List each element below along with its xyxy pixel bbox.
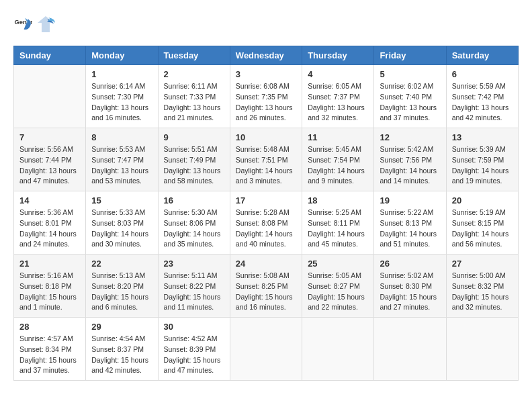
calendar-cell-3-2: 23Sunrise: 5:11 AMSunset: 8:22 PMDayligh…	[158, 255, 230, 318]
day-info: Sunrise: 5:45 AMSunset: 7:54 PMDaylight:…	[308, 144, 368, 187]
day-info: Sunrise: 5:53 AMSunset: 7:47 PMDaylight:…	[91, 144, 152, 187]
header-sunday: Sunday	[14, 46, 86, 65]
calendar-cell-0-1: 1Sunrise: 6:14 AMSunset: 7:30 PMDaylight…	[86, 65, 158, 128]
calendar-cell-4-5	[374, 318, 446, 381]
week-row-3: 14Sunrise: 5:36 AMSunset: 8:01 PMDayligh…	[14, 191, 519, 255]
calendar-cell-3-6: 27Sunrise: 5:00 AMSunset: 8:32 PMDayligh…	[446, 255, 518, 318]
calendar-cell-4-0: 28Sunrise: 4:57 AMSunset: 8:34 PMDayligh…	[14, 318, 86, 381]
header: General	[13, 13, 519, 35]
calendar-cell-1-4: 11Sunrise: 5:45 AMSunset: 7:54 PMDayligh…	[302, 128, 374, 191]
day-info: Sunrise: 5:19 AMSunset: 8:15 PMDaylight:…	[452, 208, 513, 250]
header-saturday: Saturday	[446, 46, 518, 65]
day-info: Sunrise: 5:28 AMSunset: 8:08 PMDaylight:…	[236, 208, 296, 250]
day-info: Sunrise: 6:02 AMSunset: 7:40 PMDaylight:…	[380, 81, 440, 124]
day-number: 4	[308, 69, 368, 79]
calendar-header-row: SundayMondayTuesdayWednesdayThursdayFrid…	[14, 46, 519, 65]
day-info: Sunrise: 5:48 AMSunset: 7:51 PMDaylight:…	[236, 144, 296, 187]
calendar-cell-4-6	[446, 318, 518, 381]
calendar-cell-1-1: 8Sunrise: 5:53 AMSunset: 7:47 PMDaylight…	[86, 128, 158, 191]
logo: General	[13, 13, 58, 35]
day-number: 17	[236, 195, 296, 205]
calendar-cell-3-5: 26Sunrise: 5:02 AMSunset: 8:30 PMDayligh…	[374, 255, 446, 318]
calendar-cell-0-6: 6Sunrise: 5:59 AMSunset: 7:42 PMDaylight…	[446, 65, 518, 128]
day-info: Sunrise: 6:11 AMSunset: 7:33 PMDaylight:…	[164, 81, 224, 124]
header-monday: Monday	[86, 46, 158, 65]
day-info: Sunrise: 5:42 AMSunset: 7:56 PMDaylight:…	[380, 144, 440, 187]
day-number: 2	[164, 69, 224, 79]
day-number: 18	[308, 195, 368, 205]
calendar-cell-2-4: 18Sunrise: 5:25 AMSunset: 8:11 PMDayligh…	[302, 191, 374, 255]
day-number: 15	[91, 195, 152, 205]
day-info: Sunrise: 5:22 AMSunset: 8:13 PMDaylight:…	[380, 208, 440, 250]
calendar-cell-4-1: 29Sunrise: 4:54 AMSunset: 8:37 PMDayligh…	[86, 318, 158, 381]
calendar-cell-1-3: 10Sunrise: 5:48 AMSunset: 7:51 PMDayligh…	[230, 128, 302, 191]
logo-icon: General	[13, 15, 32, 34]
day-number: 25	[308, 259, 368, 269]
day-info: Sunrise: 5:02 AMSunset: 8:30 PMDaylight:…	[380, 271, 440, 313]
day-number: 23	[164, 259, 224, 269]
day-number: 11	[308, 132, 368, 142]
calendar-cell-1-0: 7Sunrise: 5:56 AMSunset: 7:44 PMDaylight…	[14, 128, 86, 191]
day-info: Sunrise: 5:08 AMSunset: 8:25 PMDaylight:…	[236, 271, 296, 313]
calendar-cell-0-0	[14, 65, 86, 128]
day-info: Sunrise: 5:59 AMSunset: 7:42 PMDaylight:…	[452, 81, 513, 124]
day-number: 14	[19, 195, 80, 205]
day-number: 5	[380, 69, 440, 79]
calendar-cell-2-6: 20Sunrise: 5:19 AMSunset: 8:15 PMDayligh…	[446, 191, 518, 255]
day-number: 7	[19, 132, 80, 142]
calendar-cell-3-3: 24Sunrise: 5:08 AMSunset: 8:25 PMDayligh…	[230, 255, 302, 318]
day-number: 8	[91, 132, 152, 142]
calendar-cell-0-4: 4Sunrise: 6:05 AMSunset: 7:37 PMDaylight…	[302, 65, 374, 128]
day-number: 13	[452, 132, 513, 142]
day-info: Sunrise: 5:36 AMSunset: 8:01 PMDaylight:…	[19, 208, 80, 250]
week-row-4: 21Sunrise: 5:16 AMSunset: 8:18 PMDayligh…	[14, 255, 519, 318]
day-number: 29	[91, 322, 152, 332]
day-info: Sunrise: 4:57 AMSunset: 8:34 PMDaylight:…	[19, 334, 80, 376]
calendar-cell-2-0: 14Sunrise: 5:36 AMSunset: 8:01 PMDayligh…	[14, 191, 86, 255]
header-wednesday: Wednesday	[230, 46, 302, 65]
day-info: Sunrise: 5:30 AMSunset: 8:06 PMDaylight:…	[164, 208, 224, 250]
day-number: 12	[380, 132, 440, 142]
day-number: 21	[19, 259, 80, 269]
day-number: 3	[236, 69, 296, 79]
day-info: Sunrise: 5:00 AMSunset: 8:32 PMDaylight:…	[452, 271, 513, 313]
day-number: 6	[452, 69, 513, 79]
logo-text	[35, 13, 58, 35]
day-info: Sunrise: 5:13 AMSunset: 8:20 PMDaylight:…	[91, 271, 152, 313]
week-row-5: 28Sunrise: 4:57 AMSunset: 8:34 PMDayligh…	[14, 318, 519, 381]
day-number: 24	[236, 259, 296, 269]
day-number: 28	[19, 322, 80, 332]
calendar-cell-3-0: 21Sunrise: 5:16 AMSunset: 8:18 PMDayligh…	[14, 255, 86, 318]
day-number: 30	[164, 322, 224, 332]
calendar-cell-4-2: 30Sunrise: 4:52 AMSunset: 8:39 PMDayligh…	[158, 318, 230, 381]
calendar-cell-0-2: 2Sunrise: 6:11 AMSunset: 7:33 PMDaylight…	[158, 65, 230, 128]
calendar-cell-4-4	[302, 318, 374, 381]
day-info: Sunrise: 5:56 AMSunset: 7:44 PMDaylight:…	[19, 144, 80, 187]
day-info: Sunrise: 6:08 AMSunset: 7:35 PMDaylight:…	[236, 81, 296, 124]
header-tuesday: Tuesday	[158, 46, 230, 65]
calendar-cell-3-4: 25Sunrise: 5:05 AMSunset: 8:27 PMDayligh…	[302, 255, 374, 318]
day-info: Sunrise: 4:54 AMSunset: 8:37 PMDaylight:…	[91, 334, 152, 376]
day-number: 20	[452, 195, 513, 205]
calendar-cell-1-6: 13Sunrise: 5:39 AMSunset: 7:59 PMDayligh…	[446, 128, 518, 191]
logo-bird-icon	[35, 13, 56, 35]
day-number: 9	[164, 132, 224, 142]
day-number: 22	[91, 259, 152, 269]
day-info: Sunrise: 5:25 AMSunset: 8:11 PMDaylight:…	[308, 208, 368, 250]
day-number: 27	[452, 259, 513, 269]
day-info: Sunrise: 6:14 AMSunset: 7:30 PMDaylight:…	[91, 81, 152, 124]
day-number: 16	[164, 195, 224, 205]
day-info: Sunrise: 5:11 AMSunset: 8:22 PMDaylight:…	[164, 271, 224, 313]
header-friday: Friday	[374, 46, 446, 65]
week-row-2: 7Sunrise: 5:56 AMSunset: 7:44 PMDaylight…	[14, 128, 519, 191]
day-number: 19	[380, 195, 440, 205]
day-info: Sunrise: 4:52 AMSunset: 8:39 PMDaylight:…	[164, 334, 224, 376]
calendar-cell-2-3: 17Sunrise: 5:28 AMSunset: 8:08 PMDayligh…	[230, 191, 302, 255]
calendar-cell-0-3: 3Sunrise: 6:08 AMSunset: 7:35 PMDaylight…	[230, 65, 302, 128]
day-info: Sunrise: 5:16 AMSunset: 8:18 PMDaylight:…	[19, 271, 80, 313]
day-number: 1	[91, 69, 152, 79]
day-info: Sunrise: 5:33 AMSunset: 8:03 PMDaylight:…	[91, 208, 152, 250]
calendar-cell-2-5: 19Sunrise: 5:22 AMSunset: 8:13 PMDayligh…	[374, 191, 446, 255]
calendar-table: SundayMondayTuesdayWednesdayThursdayFrid…	[13, 46, 519, 381]
calendar-cell-1-2: 9Sunrise: 5:51 AMSunset: 7:49 PMDaylight…	[158, 128, 230, 191]
